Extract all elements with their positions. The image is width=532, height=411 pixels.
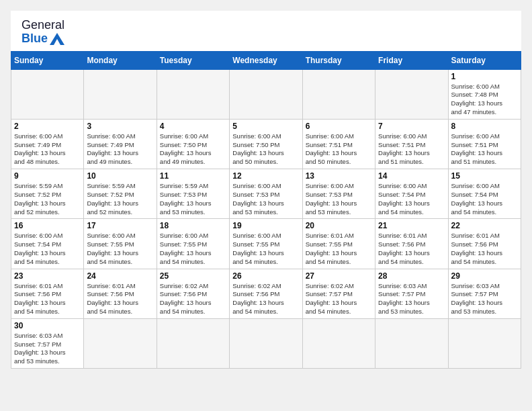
weekday-header-wednesday: Wednesday	[230, 51, 302, 69]
day-number: 24	[87, 271, 153, 281]
calendar-cell-5: 5Sunrise: 6:00 AM Sunset: 7:50 PM Daylig…	[230, 119, 302, 169]
day-number: 21	[378, 221, 445, 230]
day-info: Sunrise: 6:00 AM Sunset: 7:50 PM Dayligh…	[160, 132, 226, 167]
day-info: Sunrise: 6:00 AM Sunset: 7:53 PM Dayligh…	[232, 182, 299, 216]
day-info: Sunrise: 6:00 AM Sunset: 7:55 PM Dayligh…	[160, 232, 226, 266]
weekday-header-tuesday: Tuesday	[157, 51, 229, 69]
calendar-cell-15: 15Sunrise: 6:00 AM Sunset: 7:54 PM Dayli…	[448, 169, 521, 219]
calendar-table: SundayMondayTuesdayWednesdayThursdayFrid…	[11, 51, 521, 369]
calendar-cell-empty	[157, 318, 229, 368]
day-number: 4	[160, 122, 226, 131]
day-number: 25	[160, 271, 226, 281]
weekday-header-sunday: Sunday	[11, 51, 84, 69]
logo-triangle-icon	[50, 33, 64, 45]
day-number: 5	[232, 122, 299, 131]
day-info: Sunrise: 6:00 AM Sunset: 7:53 PM Dayligh…	[306, 182, 372, 216]
calendar-cell-empty	[302, 318, 375, 368]
day-info: Sunrise: 6:00 AM Sunset: 7:48 PM Dayligh…	[451, 83, 518, 117]
day-number: 12	[232, 171, 299, 181]
calendar-cell-26: 26Sunrise: 6:02 AM Sunset: 7:56 PM Dayli…	[230, 269, 302, 318]
calendar-cell-18: 18Sunrise: 6:00 AM Sunset: 7:55 PM Dayli…	[157, 219, 229, 269]
day-info: Sunrise: 6:03 AM Sunset: 7:57 PM Dayligh…	[451, 282, 518, 316]
day-number: 19	[232, 221, 299, 230]
day-info: Sunrise: 5:59 AM Sunset: 7:52 PM Dayligh…	[14, 182, 81, 216]
calendar-cell-empty	[230, 69, 302, 119]
weekday-header-thursday: Thursday	[302, 51, 375, 69]
week-row-5: 23Sunrise: 6:01 AM Sunset: 7:56 PM Dayli…	[11, 269, 521, 318]
day-number: 22	[451, 221, 518, 230]
calendar-cell-empty	[230, 318, 302, 368]
day-number: 2	[14, 122, 81, 131]
day-number: 18	[160, 221, 226, 230]
week-row-2: 2Sunrise: 6:00 AM Sunset: 7:49 PM Daylig…	[11, 119, 521, 169]
day-number: 26	[232, 271, 299, 281]
calendar-cell-2: 2Sunrise: 6:00 AM Sunset: 7:49 PM Daylig…	[11, 119, 84, 169]
calendar-cell-empty	[302, 69, 375, 119]
calendar-cell-3: 3Sunrise: 6:00 AM Sunset: 7:49 PM Daylig…	[84, 119, 157, 169]
day-info: Sunrise: 6:00 AM Sunset: 7:51 PM Dayligh…	[451, 132, 518, 167]
day-number: 29	[451, 271, 518, 281]
day-number: 13	[306, 171, 372, 181]
day-info: Sunrise: 6:00 AM Sunset: 7:49 PM Dayligh…	[14, 132, 81, 167]
calendar-cell-21: 21Sunrise: 6:01 AM Sunset: 7:56 PM Dayli…	[375, 219, 448, 269]
day-info: Sunrise: 6:01 AM Sunset: 7:56 PM Dayligh…	[451, 232, 518, 266]
weekday-header-friday: Friday	[375, 51, 448, 69]
calendar-cell-17: 17Sunrise: 6:00 AM Sunset: 7:55 PM Dayli…	[84, 219, 157, 269]
calendar-cell-9: 9Sunrise: 5:59 AM Sunset: 7:52 PM Daylig…	[11, 169, 84, 219]
calendar-cell-7: 7Sunrise: 6:00 AM Sunset: 7:51 PM Daylig…	[375, 119, 448, 169]
day-info: Sunrise: 6:00 AM Sunset: 7:54 PM Dayligh…	[14, 232, 81, 266]
day-number: 20	[306, 221, 372, 230]
day-info: Sunrise: 6:00 AM Sunset: 7:51 PM Dayligh…	[306, 132, 372, 167]
week-row-1: 1Sunrise: 6:00 AM Sunset: 7:48 PM Daylig…	[11, 69, 521, 119]
calendar-cell-22: 22Sunrise: 6:01 AM Sunset: 7:56 PM Dayli…	[448, 219, 521, 269]
calendar-cell-19: 19Sunrise: 6:00 AM Sunset: 7:55 PM Dayli…	[230, 219, 302, 269]
day-number: 6	[306, 122, 372, 131]
calendar-cell-25: 25Sunrise: 6:02 AM Sunset: 7:56 PM Dayli…	[157, 269, 229, 318]
day-info: Sunrise: 6:00 AM Sunset: 7:54 PM Dayligh…	[378, 182, 445, 216]
day-number: 14	[378, 171, 445, 181]
calendar-cell-14: 14Sunrise: 6:00 AM Sunset: 7:54 PM Dayli…	[375, 169, 448, 219]
day-number: 23	[14, 271, 81, 281]
calendar-cell-24: 24Sunrise: 6:01 AM Sunset: 7:56 PM Dayli…	[84, 269, 157, 318]
day-number: 7	[378, 122, 445, 131]
day-info: Sunrise: 5:59 AM Sunset: 7:52 PM Dayligh…	[87, 182, 153, 216]
day-number: 17	[87, 221, 153, 230]
calendar-cell-empty	[448, 318, 521, 368]
day-info: Sunrise: 6:01 AM Sunset: 7:56 PM Dayligh…	[14, 282, 81, 316]
day-number: 1	[451, 72, 518, 81]
day-number: 3	[87, 122, 153, 131]
calendar-cell-12: 12Sunrise: 6:00 AM Sunset: 7:53 PM Dayli…	[230, 169, 302, 219]
calendar-cell-empty	[157, 69, 229, 119]
week-row-3: 9Sunrise: 5:59 AM Sunset: 7:52 PM Daylig…	[11, 169, 521, 219]
day-number: 10	[87, 171, 153, 181]
day-info: Sunrise: 6:02 AM Sunset: 7:56 PM Dayligh…	[160, 282, 226, 316]
calendar-cell-4: 4Sunrise: 6:00 AM Sunset: 7:50 PM Daylig…	[157, 119, 229, 169]
calendar-cell-27: 27Sunrise: 6:02 AM Sunset: 7:57 PM Dayli…	[302, 269, 375, 318]
day-info: Sunrise: 6:03 AM Sunset: 7:57 PM Dayligh…	[378, 282, 445, 316]
day-info: Sunrise: 6:00 AM Sunset: 7:49 PM Dayligh…	[87, 132, 153, 167]
calendar-cell-30: 30Sunrise: 6:03 AM Sunset: 7:57 PM Dayli…	[11, 318, 84, 368]
calendar-cell-16: 16Sunrise: 6:00 AM Sunset: 7:54 PM Dayli…	[11, 219, 84, 269]
calendar-cell-empty	[375, 318, 448, 368]
week-row-4: 16Sunrise: 6:00 AM Sunset: 7:54 PM Dayli…	[11, 219, 521, 269]
day-number: 27	[306, 271, 372, 281]
page-header: General Blue	[11, 11, 521, 51]
calendar-cell-empty	[84, 69, 157, 119]
day-info: Sunrise: 6:00 AM Sunset: 7:50 PM Dayligh…	[232, 132, 299, 167]
calendar-cell-1: 1Sunrise: 6:00 AM Sunset: 7:48 PM Daylig…	[448, 69, 521, 119]
day-info: Sunrise: 6:03 AM Sunset: 7:57 PM Dayligh…	[14, 332, 81, 366]
day-number: 15	[451, 171, 518, 181]
day-info: Sunrise: 6:01 AM Sunset: 7:56 PM Dayligh…	[378, 232, 445, 266]
day-number: 30	[14, 321, 81, 330]
weekday-header-monday: Monday	[84, 51, 157, 69]
calendar-cell-20: 20Sunrise: 6:01 AM Sunset: 7:55 PM Dayli…	[302, 219, 375, 269]
weekday-header-saturday: Saturday	[448, 51, 521, 69]
calendar-cell-empty	[375, 69, 448, 119]
calendar-cell-6: 6Sunrise: 6:00 AM Sunset: 7:51 PM Daylig…	[302, 119, 375, 169]
day-info: Sunrise: 6:00 AM Sunset: 7:51 PM Dayligh…	[378, 132, 445, 167]
day-info: Sunrise: 6:02 AM Sunset: 7:57 PM Dayligh…	[306, 282, 372, 316]
calendar-cell-empty	[11, 69, 84, 119]
day-number: 11	[160, 171, 226, 181]
day-info: Sunrise: 6:02 AM Sunset: 7:56 PM Dayligh…	[232, 282, 299, 316]
calendar-cell-13: 13Sunrise: 6:00 AM Sunset: 7:53 PM Dayli…	[302, 169, 375, 219]
